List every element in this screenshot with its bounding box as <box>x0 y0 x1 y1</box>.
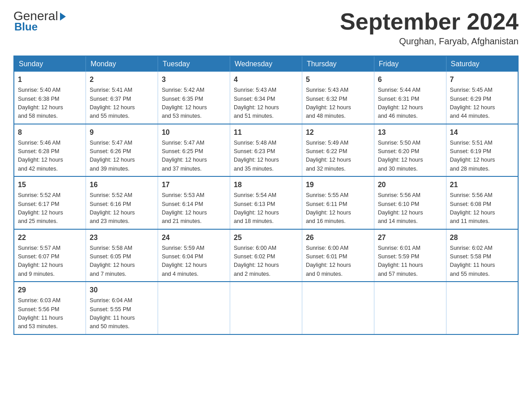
logo-wrapper: General Blue <box>13 9 66 33</box>
calendar-cell <box>446 282 518 334</box>
calendar-week-5: 29Sunrise: 6:03 AM Sunset: 5:56 PM Dayli… <box>14 282 518 334</box>
month-year-title: September 2024 <box>340 9 519 34</box>
title-area: September 2024 Qurghan, Faryab, Afghanis… <box>340 9 519 47</box>
calendar-cell: 21Sunrise: 5:56 AM Sunset: 6:08 PM Dayli… <box>446 176 518 229</box>
calendar-cell: 10Sunrise: 5:47 AM Sunset: 6:25 PM Dayli… <box>158 124 230 177</box>
day-info: Sunrise: 6:03 AM Sunset: 5:56 PM Dayligh… <box>18 297 63 330</box>
calendar-cell <box>158 282 230 334</box>
day-info: Sunrise: 5:44 AM Sunset: 6:31 PM Dayligh… <box>378 87 423 119</box>
calendar-cell: 4Sunrise: 5:43 AM Sunset: 6:34 PM Daylig… <box>230 72 302 124</box>
day-info: Sunrise: 5:58 AM Sunset: 6:05 PM Dayligh… <box>90 245 135 277</box>
day-info: Sunrise: 5:47 AM Sunset: 6:25 PM Dayligh… <box>162 140 207 172</box>
header: General Blue September 2024 Qurghan, Far… <box>13 9 519 47</box>
day-number: 4 <box>234 74 298 85</box>
calendar-cell: 9Sunrise: 5:47 AM Sunset: 6:26 PM Daylig… <box>86 124 158 177</box>
calendar-cell: 14Sunrise: 5:51 AM Sunset: 6:19 PM Dayli… <box>446 124 518 177</box>
day-number: 17 <box>162 180 226 190</box>
calendar-week-3: 15Sunrise: 5:52 AM Sunset: 6:17 PM Dayli… <box>14 176 518 229</box>
day-number: 26 <box>306 232 370 243</box>
calendar-cell: 8Sunrise: 5:46 AM Sunset: 6:28 PM Daylig… <box>14 124 86 177</box>
calendar-cell: 19Sunrise: 5:55 AM Sunset: 6:11 PM Dayli… <box>302 176 374 229</box>
day-info: Sunrise: 6:00 AM Sunset: 6:01 PM Dayligh… <box>306 245 351 277</box>
day-number: 23 <box>90 232 154 243</box>
day-info: Sunrise: 5:50 AM Sunset: 6:20 PM Dayligh… <box>378 140 423 172</box>
day-info: Sunrise: 5:52 AM Sunset: 6:17 PM Dayligh… <box>18 192 63 224</box>
col-monday: Monday <box>86 56 158 72</box>
calendar-cell: 5Sunrise: 5:43 AM Sunset: 6:32 PM Daylig… <box>302 72 374 124</box>
day-number: 3 <box>162 74 226 85</box>
day-info: Sunrise: 6:01 AM Sunset: 5:59 PM Dayligh… <box>378 245 423 277</box>
day-info: Sunrise: 5:42 AM Sunset: 6:35 PM Dayligh… <box>162 87 207 119</box>
day-number: 12 <box>306 127 370 138</box>
day-number: 2 <box>90 74 154 85</box>
calendar-cell: 15Sunrise: 5:52 AM Sunset: 6:17 PM Dayli… <box>14 176 86 229</box>
day-number: 9 <box>90 127 154 138</box>
page: General Blue September 2024 Qurghan, Far… <box>0 0 532 344</box>
location-text: Qurghan, Faryab, Afghanistan <box>340 36 519 47</box>
day-number: 10 <box>162 127 226 138</box>
calendar-cell: 30Sunrise: 6:04 AM Sunset: 5:55 PM Dayli… <box>86 282 158 334</box>
day-number: 29 <box>18 285 82 295</box>
day-info: Sunrise: 5:56 AM Sunset: 6:10 PM Dayligh… <box>378 192 423 224</box>
calendar-cell: 6Sunrise: 5:44 AM Sunset: 6:31 PM Daylig… <box>374 72 446 124</box>
day-info: Sunrise: 6:04 AM Sunset: 5:55 PM Dayligh… <box>90 297 135 330</box>
day-number: 7 <box>450 74 514 85</box>
day-number: 27 <box>378 232 442 243</box>
day-info: Sunrise: 5:48 AM Sunset: 6:23 PM Dayligh… <box>234 140 279 172</box>
day-number: 28 <box>450 232 514 243</box>
day-number: 11 <box>234 127 298 138</box>
day-info: Sunrise: 5:47 AM Sunset: 6:26 PM Dayligh… <box>90 140 135 172</box>
calendar-cell <box>302 282 374 334</box>
day-info: Sunrise: 5:52 AM Sunset: 6:16 PM Dayligh… <box>90 192 135 224</box>
day-info: Sunrise: 5:45 AM Sunset: 6:29 PM Dayligh… <box>450 87 495 119</box>
day-info: Sunrise: 6:02 AM Sunset: 5:58 PM Dayligh… <box>450 245 495 277</box>
day-number: 14 <box>450 127 514 138</box>
col-wednesday: Wednesday <box>230 56 302 72</box>
day-info: Sunrise: 5:56 AM Sunset: 6:08 PM Dayligh… <box>450 192 495 224</box>
calendar-cell: 27Sunrise: 6:01 AM Sunset: 5:59 PM Dayli… <box>374 229 446 282</box>
calendar-week-2: 8Sunrise: 5:46 AM Sunset: 6:28 PM Daylig… <box>14 124 518 177</box>
day-number: 5 <box>306 74 370 85</box>
day-info: Sunrise: 5:57 AM Sunset: 6:07 PM Dayligh… <box>18 245 63 277</box>
calendar-cell: 29Sunrise: 6:03 AM Sunset: 5:56 PM Dayli… <box>14 282 86 334</box>
calendar-cell: 7Sunrise: 5:45 AM Sunset: 6:29 PM Daylig… <box>446 72 518 124</box>
col-thursday: Thursday <box>302 56 374 72</box>
calendar-header-row: Sunday Monday Tuesday Wednesday Thursday… <box>14 56 518 72</box>
day-number: 19 <box>306 180 370 190</box>
day-number: 1 <box>18 74 82 85</box>
logo-triangle-icon <box>60 13 66 21</box>
calendar-cell: 26Sunrise: 6:00 AM Sunset: 6:01 PM Dayli… <box>302 229 374 282</box>
day-number: 30 <box>90 285 154 295</box>
day-number: 18 <box>234 180 298 190</box>
day-number: 22 <box>18 232 82 243</box>
day-info: Sunrise: 5:46 AM Sunset: 6:28 PM Dayligh… <box>18 140 63 172</box>
day-number: 16 <box>90 180 154 190</box>
day-info: Sunrise: 5:59 AM Sunset: 6:04 PM Dayligh… <box>162 245 207 277</box>
calendar-cell: 18Sunrise: 5:54 AM Sunset: 6:13 PM Dayli… <box>230 176 302 229</box>
calendar-cell: 1Sunrise: 5:40 AM Sunset: 6:38 PM Daylig… <box>14 72 86 124</box>
day-number: 21 <box>450 180 514 190</box>
calendar-cell: 16Sunrise: 5:52 AM Sunset: 6:16 PM Dayli… <box>86 176 158 229</box>
day-number: 25 <box>234 232 298 243</box>
calendar-cell: 23Sunrise: 5:58 AM Sunset: 6:05 PM Dayli… <box>86 229 158 282</box>
day-info: Sunrise: 5:54 AM Sunset: 6:13 PM Dayligh… <box>234 192 279 224</box>
day-number: 15 <box>18 180 82 190</box>
day-info: Sunrise: 5:43 AM Sunset: 6:34 PM Dayligh… <box>234 87 279 119</box>
day-number: 24 <box>162 232 226 243</box>
day-number: 8 <box>18 127 82 138</box>
day-number: 6 <box>378 74 442 85</box>
logo: General Blue <box>13 9 66 33</box>
calendar-cell: 11Sunrise: 5:48 AM Sunset: 6:23 PM Dayli… <box>230 124 302 177</box>
calendar-cell: 13Sunrise: 5:50 AM Sunset: 6:20 PM Dayli… <box>374 124 446 177</box>
calendar-cell: 24Sunrise: 5:59 AM Sunset: 6:04 PM Dayli… <box>158 229 230 282</box>
calendar-cell: 22Sunrise: 5:57 AM Sunset: 6:07 PM Dayli… <box>14 229 86 282</box>
calendar-cell <box>374 282 446 334</box>
calendar-cell: 12Sunrise: 5:49 AM Sunset: 6:22 PM Dayli… <box>302 124 374 177</box>
day-info: Sunrise: 5:40 AM Sunset: 6:38 PM Dayligh… <box>18 87 63 119</box>
calendar-cell: 28Sunrise: 6:02 AM Sunset: 5:58 PM Dayli… <box>446 229 518 282</box>
calendar-week-1: 1Sunrise: 5:40 AM Sunset: 6:38 PM Daylig… <box>14 72 518 124</box>
col-tuesday: Tuesday <box>158 56 230 72</box>
day-info: Sunrise: 5:43 AM Sunset: 6:32 PM Dayligh… <box>306 87 351 119</box>
calendar-table: Sunday Monday Tuesday Wednesday Thursday… <box>13 56 519 335</box>
calendar-cell: 20Sunrise: 5:56 AM Sunset: 6:10 PM Dayli… <box>374 176 446 229</box>
